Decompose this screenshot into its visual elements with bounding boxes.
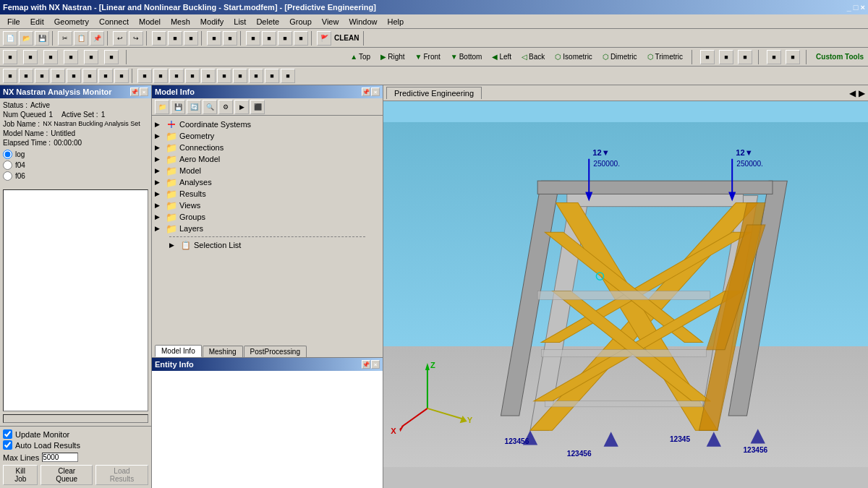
radio-f04-input[interactable] bbox=[3, 160, 12, 170]
entity-info-pin-btn[interactable]: 📌 bbox=[362, 360, 370, 369]
tree-results[interactable]: ▶ 📁 Results bbox=[155, 188, 380, 200]
view-top[interactable]: ▲Top bbox=[347, 52, 373, 61]
tb-s7[interactable]: ■ bbox=[98, 69, 113, 83]
expand-layers[interactable]: ▶ bbox=[155, 225, 163, 232]
expand-analyses[interactable]: ▶ bbox=[155, 179, 163, 186]
tree-geometry[interactable]: ▶ 📁 Geometry bbox=[155, 130, 380, 142]
tb-s8[interactable]: ■ bbox=[114, 69, 129, 83]
tb-s6[interactable]: ■ bbox=[82, 69, 97, 83]
tree-layers[interactable]: ▶ 📁 Layers bbox=[155, 223, 380, 234]
tb-cut[interactable]: ✂ bbox=[58, 31, 72, 46]
expand-views[interactable]: ▶ bbox=[155, 202, 163, 209]
tb-v2[interactable]: ■ bbox=[23, 50, 38, 64]
panel-pin-btn[interactable]: 📌 bbox=[130, 87, 139, 96]
menu-geometry[interactable]: Geometry bbox=[50, 17, 93, 27]
view-right[interactable]: ▶Right bbox=[378, 52, 407, 61]
tb-r2[interactable]: ■ bbox=[719, 50, 733, 64]
view-front[interactable]: ▼Front bbox=[412, 52, 443, 61]
tb-s5[interactable]: ■ bbox=[67, 69, 81, 83]
tb-b8[interactable]: ■ bbox=[278, 31, 292, 46]
tb-v3[interactable]: ■ bbox=[43, 50, 58, 64]
tb-s2[interactable]: ■ bbox=[19, 69, 33, 83]
viewport-tab-label[interactable]: Predictive Engineering bbox=[386, 87, 482, 99]
tb-b4[interactable]: ■ bbox=[207, 31, 221, 46]
menu-group[interactable]: Group bbox=[285, 17, 316, 27]
tb-v4[interactable]: ■ bbox=[64, 50, 78, 64]
tb-r4[interactable]: ■ bbox=[767, 50, 781, 64]
tb-s3[interactable]: ■ bbox=[35, 69, 49, 83]
tree-aero-model[interactable]: ▶ 📁 Aero Model bbox=[155, 153, 380, 165]
tb-redo[interactable]: ↪ bbox=[129, 31, 143, 46]
clear-queue-button[interactable]: Clear Queue bbox=[41, 465, 93, 485]
viewport-canvas[interactable]: 12▼ 12▼ 250000. 250000. 123456 123456 12… bbox=[383, 101, 868, 488]
tb-s4[interactable]: ■ bbox=[51, 69, 65, 83]
view-left[interactable]: ◀Left bbox=[489, 52, 514, 61]
tb-save[interactable]: 💾 bbox=[35, 31, 49, 46]
tb-b3[interactable]: ■ bbox=[184, 31, 198, 46]
tb-copy[interactable]: 📋 bbox=[74, 31, 88, 46]
model-info-close-btn[interactable]: × bbox=[371, 87, 380, 96]
model-info-pin-btn[interactable]: 📌 bbox=[362, 87, 370, 96]
tb-flag[interactable]: 🚩 bbox=[317, 31, 331, 46]
menu-mesh[interactable]: Mesh bbox=[166, 17, 195, 27]
tb-b5[interactable]: ■ bbox=[223, 31, 237, 46]
kill-job-button[interactable]: Kill Job bbox=[3, 465, 38, 485]
tb-s15[interactable]: ■ bbox=[233, 69, 247, 83]
expand-results[interactable]: ▶ bbox=[155, 190, 163, 197]
mi-tb5[interactable]: ⚙ bbox=[218, 100, 233, 114]
auto-load-check[interactable] bbox=[3, 440, 12, 450]
tree-views[interactable]: ▶ 📁 Views bbox=[155, 200, 380, 211]
tb-r1[interactable]: ■ bbox=[700, 50, 715, 64]
mi-tb2[interactable]: 💾 bbox=[171, 100, 185, 114]
mi-tb1[interactable]: 📁 bbox=[155, 100, 169, 114]
radio-f06-input[interactable] bbox=[3, 171, 12, 181]
tree-connections[interactable]: ▶ 📁 Connections bbox=[155, 142, 380, 153]
view-bottom[interactable]: ▼Bottom bbox=[448, 52, 485, 61]
tb-s18[interactable]: ■ bbox=[281, 69, 295, 83]
tb-s1[interactable]: ■ bbox=[3, 69, 17, 83]
tb-v5[interactable]: ■ bbox=[84, 50, 98, 64]
expand-selection[interactable]: ▶ bbox=[169, 241, 178, 249]
expand-connections[interactable]: ▶ bbox=[155, 144, 163, 151]
tab-postprocessing[interactable]: PostProcessing bbox=[244, 346, 307, 357]
menu-window[interactable]: Window bbox=[344, 17, 381, 27]
tb-new[interactable]: 📄 bbox=[3, 31, 17, 46]
expand-groups[interactable]: ▶ bbox=[155, 213, 163, 221]
maximize-btn[interactable]: □ bbox=[854, 3, 859, 12]
menu-model[interactable]: Model bbox=[135, 17, 165, 27]
tb-s12[interactable]: ■ bbox=[185, 69, 200, 83]
view-trimetric[interactable]: ⬡Trimetric bbox=[644, 52, 686, 61]
viewport-prev-btn[interactable]: ◀ bbox=[849, 88, 856, 98]
menu-modify[interactable]: Modify bbox=[196, 17, 228, 27]
menu-edit[interactable]: Edit bbox=[26, 17, 48, 27]
tab-model-info[interactable]: Model Info bbox=[155, 345, 202, 357]
view-back[interactable]: ◁Back bbox=[519, 52, 548, 61]
tb-open[interactable]: 📂 bbox=[19, 31, 33, 46]
tree-model[interactable]: ▶ 📁 Model bbox=[155, 165, 380, 176]
tb-b1[interactable]: ■ bbox=[152, 31, 166, 46]
tb-paste[interactable]: 📌 bbox=[90, 31, 104, 46]
expand-geometry[interactable]: ▶ bbox=[155, 132, 163, 140]
tb-b6[interactable]: ■ bbox=[246, 31, 260, 46]
expand-model[interactable]: ▶ bbox=[155, 167, 163, 174]
entity-info-close-btn[interactable]: × bbox=[371, 360, 380, 369]
load-results-button[interactable]: Load Results bbox=[95, 465, 148, 485]
tb-r3[interactable]: ■ bbox=[738, 50, 752, 64]
view-dimetric[interactable]: ⬡Dimetric bbox=[600, 52, 640, 61]
menu-connect[interactable]: Connect bbox=[95, 17, 133, 27]
tree-groups[interactable]: ▶ 📁 Groups bbox=[155, 211, 380, 223]
tb-s14[interactable]: ■ bbox=[217, 69, 231, 83]
mi-tb3[interactable]: 🔄 bbox=[187, 100, 201, 114]
tb-s13[interactable]: ■ bbox=[201, 69, 216, 83]
expand-aero[interactable]: ▶ bbox=[155, 155, 163, 163]
viewport-next-btn[interactable]: ▶ bbox=[859, 88, 865, 98]
max-lines-input[interactable] bbox=[42, 453, 78, 462]
update-monitor-check[interactable] bbox=[3, 429, 12, 439]
tb-s10[interactable]: ■ bbox=[153, 69, 168, 83]
mi-tb6[interactable]: ▶ bbox=[234, 100, 249, 114]
view-isometric[interactable]: ⬡Isometric bbox=[552, 52, 595, 61]
panel-close-btn[interactable]: × bbox=[140, 87, 148, 96]
menu-delete[interactable]: Delete bbox=[252, 17, 284, 27]
tb-b9[interactable]: ■ bbox=[294, 31, 308, 46]
tb-r5[interactable]: ■ bbox=[786, 50, 800, 64]
